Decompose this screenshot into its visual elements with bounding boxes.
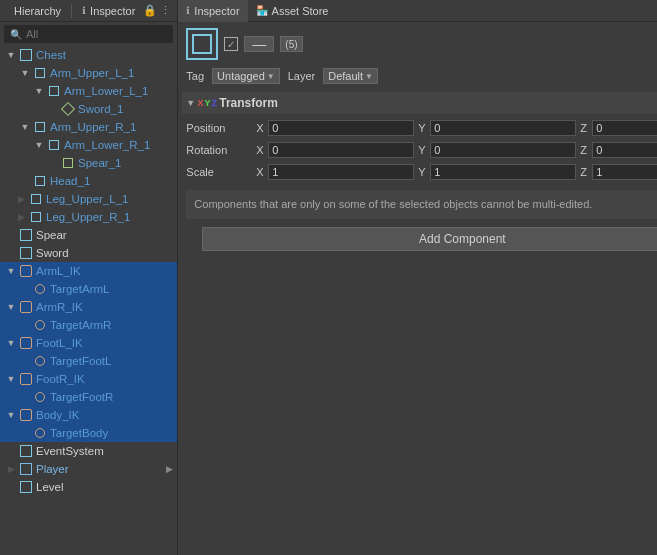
ik-icon-footl <box>18 335 34 351</box>
menu-icon[interactable]: ⋮ <box>160 4 171 17</box>
label-spear1: Spear_1 <box>78 157 121 169</box>
scale-z-item: Z <box>580 164 657 180</box>
label-footr-ik: FootR_IK <box>36 373 85 385</box>
tree-item-spear[interactable]: Spear <box>0 226 177 244</box>
tree-item-leg-upper-l1[interactable]: ▶ Leg_Upper_L_1 <box>0 190 177 208</box>
cube-icon-sword <box>18 245 34 261</box>
tree-item-chest[interactable]: ▼ Chest <box>0 46 177 64</box>
rotation-x-input[interactable] <box>268 142 414 158</box>
cube-icon-leg-upper-l1 <box>28 191 44 207</box>
tree-item-arm-upper-r1[interactable]: ▼ Arm_Upper_R_1 <box>0 118 177 136</box>
tree-item-head1[interactable]: Head_1 <box>0 172 177 190</box>
tree-item-arm-lower-r1[interactable]: ▼ Arm_Lower_R_1 <box>0 136 177 154</box>
label-armr-ik: ArmR_IK <box>36 301 83 313</box>
search-input[interactable] <box>26 28 167 40</box>
label-level: Level <box>36 481 64 493</box>
rotation-label: Rotation <box>186 144 256 156</box>
layer-value: Default <box>328 70 363 82</box>
position-z-input[interactable] <box>592 120 657 136</box>
scale-z-input[interactable] <box>592 164 657 180</box>
tree-item-eventsystem[interactable]: EventSystem <box>0 442 177 460</box>
inspector-content: ✓ — (5) Static ▼ Tag Untagged ▼ Layer <box>178 22 657 555</box>
rotation-y-input[interactable] <box>430 142 576 158</box>
label-eventsystem: EventSystem <box>36 445 104 457</box>
position-x-input[interactable] <box>268 120 414 136</box>
label-leg-upper-l1: Leg_Upper_L_1 <box>46 193 129 205</box>
label-leg-upper-r1: Leg_Upper_R_1 <box>46 211 130 223</box>
label-target-arml: TargetArmL <box>50 283 109 295</box>
arrow-arml-ik: ▼ <box>4 262 18 280</box>
tree-item-target-body[interactable]: TargetBody <box>0 424 177 442</box>
search-icon: 🔍 <box>10 29 22 40</box>
tree-item-arml-ik[interactable]: ▼ ArmL_IK <box>0 262 177 280</box>
tree-item-target-armr[interactable]: TargetArmR <box>0 316 177 334</box>
inspector-left-tab-label: Inspector <box>90 5 135 17</box>
checkmark-symbol: ✓ <box>227 39 235 50</box>
ik-icon-armr <box>18 299 34 315</box>
minus-label: — <box>252 36 266 52</box>
label-target-footr: TargetFootR <box>50 391 113 403</box>
hierarchy-tab-label: Hierarchy <box>14 5 61 17</box>
tree-item-sword1[interactable]: Sword_1 <box>0 100 177 118</box>
tree-item-body-ik[interactable]: ▼ Body_IK <box>0 406 177 424</box>
scale-x-input[interactable] <box>268 164 414 180</box>
tree-item-arm-upper-l1[interactable]: ▼ Arm_Upper_L_1 <box>0 64 177 82</box>
label-target-armr: TargetArmR <box>50 319 111 331</box>
transform-section-header[interactable]: ▼ X Y Z Transform ? ⚙ ⋮ <box>182 92 657 114</box>
tree-item-player[interactable]: ▶ Player ▶ <box>0 460 177 478</box>
tab-hierarchy[interactable]: Hierarchy <box>6 0 69 22</box>
spear-icon-spear1 <box>60 155 76 171</box>
scale-y-input[interactable] <box>430 164 576 180</box>
tree-item-armr-ik[interactable]: ▼ ArmR_IK <box>0 298 177 316</box>
target-icon-body <box>32 425 48 441</box>
arrow-leg-upper-l1: ▶ <box>14 190 28 208</box>
cube-icon-chest <box>18 47 34 63</box>
transform-arrow: ▼ <box>186 98 195 108</box>
ik-icon-footr <box>18 371 34 387</box>
search-bar[interactable]: 🔍 <box>4 25 173 43</box>
tree-item-target-footr[interactable]: TargetFootR <box>0 388 177 406</box>
label-arm-upper-l1: Arm_Upper_L_1 <box>50 67 134 79</box>
add-component-label: Add Component <box>419 232 506 246</box>
tree-item-level[interactable]: Level <box>0 478 177 496</box>
tree-item-arm-lower-l1[interactable]: ▼ Arm_Lower_L_1 <box>0 82 177 100</box>
count-badge: (5) <box>280 36 302 52</box>
object-big-icon <box>186 28 218 60</box>
tab-asset-store[interactable]: 🏪 Asset Store <box>248 0 337 22</box>
arrow-arm-upper-r1: ▼ <box>18 118 32 136</box>
cube-icon-player <box>18 461 34 477</box>
tab-inspector[interactable]: ℹ Inspector <box>178 0 247 22</box>
position-z-label: Z <box>580 122 590 134</box>
tree-item-footr-ik[interactable]: ▼ FootR_IK <box>0 370 177 388</box>
lock-icon[interactable]: 🔒 <box>143 4 157 17</box>
tree-item-target-footl[interactable]: TargetFootL <box>0 352 177 370</box>
arrow-player: ▶ <box>4 460 18 478</box>
count-value: (5) <box>285 39 297 50</box>
tab-inspector-left[interactable]: ℹ Inspector <box>74 0 143 22</box>
object-big-inner <box>192 34 212 54</box>
tree-item-leg-upper-r1[interactable]: ▶ Leg_Upper_R_1 <box>0 208 177 226</box>
position-x-label: X <box>256 122 266 134</box>
tree-item-sword[interactable]: Sword <box>0 244 177 262</box>
tag-dropdown[interactable]: Untagged ▼ <box>212 68 280 84</box>
scale-z-label: Z <box>580 166 590 178</box>
left-panel: Hierarchy ℹ Inspector 🔒 ⋮ 🔍 ▼ Chest ▼ Ar… <box>0 0 178 555</box>
label-sword: Sword <box>36 247 69 259</box>
add-component-button[interactable]: Add Component <box>202 227 657 251</box>
layer-dropdown[interactable]: Default ▼ <box>323 68 378 84</box>
label-arm-upper-r1: Arm_Upper_R_1 <box>50 121 136 133</box>
right-panel-header: ℹ Inspector 🏪 Asset Store ◀◀ ▶▶ 🔒 ⋮ <box>178 0 657 22</box>
label-sword1: Sword_1 <box>78 103 123 115</box>
position-z-item: Z <box>580 120 657 136</box>
tree-item-footl-ik[interactable]: ▼ FootL_IK <box>0 334 177 352</box>
rotation-z-input[interactable] <box>592 142 657 158</box>
tag-dropdown-arrow: ▼ <box>267 72 275 81</box>
name-field-btn[interactable]: — <box>244 36 274 52</box>
target-icon-footr <box>32 389 48 405</box>
tree-item-spear1[interactable]: Spear_1 <box>0 154 177 172</box>
scale-row: Scale X Y Z <box>186 162 657 182</box>
tree-item-target-arml[interactable]: TargetArmL <box>0 280 177 298</box>
checkmark[interactable]: ✓ <box>224 37 238 51</box>
position-y-input[interactable] <box>430 120 576 136</box>
label-arm-lower-l1: Arm_Lower_L_1 <box>64 85 148 97</box>
